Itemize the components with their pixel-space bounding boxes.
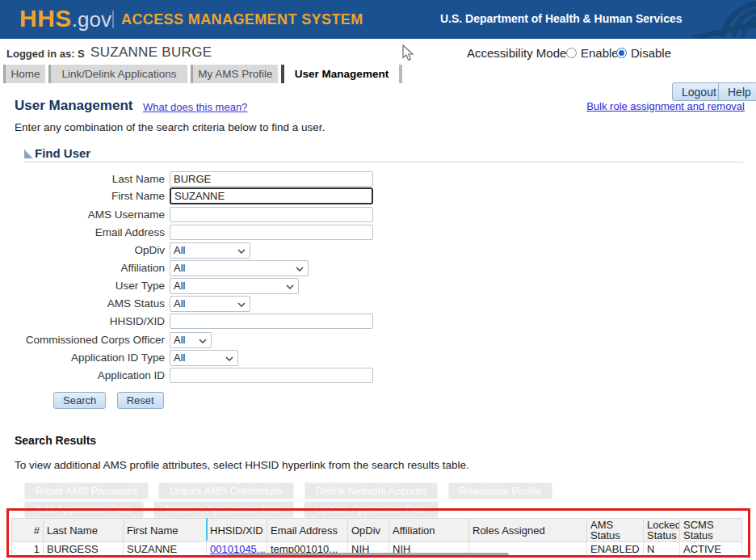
- tab-user-management-label: User Management: [295, 68, 388, 80]
- hhsid-xid-input[interactable]: [170, 314, 373, 329]
- app-title: ACCESS MANAGEMENT SYSTEM: [121, 11, 363, 28]
- commissioned-corps-select[interactable]: All: [170, 332, 212, 348]
- first-name-label: First Name: [0, 190, 170, 202]
- commissioned-corps-label: Commissioned Corps Officer: [0, 334, 170, 346]
- hhs-logo-text: HHS: [19, 5, 72, 32]
- col-scms-status: SCMS Status: [680, 519, 742, 542]
- email-address-label: Email Address: [0, 226, 170, 238]
- hhs-eagle-swoosh-icon: [678, 0, 756, 39]
- application-id-type-label: Application ID Type: [0, 352, 170, 364]
- opdiv-row: OpDiv All: [0, 242, 250, 259]
- ams-status-select[interactable]: All: [170, 296, 250, 312]
- unlock-ams-credentials-button[interactable]: Unlock AMS Credentials: [158, 482, 294, 499]
- find-user-section-header[interactable]: Find User: [24, 146, 90, 160]
- add-application-role-button[interactable]: Add Application Role: [24, 501, 144, 518]
- col-num: #: [12, 519, 44, 542]
- col-opdiv: OpDiv: [348, 519, 389, 542]
- user-type-label: User Type: [0, 280, 170, 292]
- affiliation-select-value: All: [174, 262, 185, 274]
- logged-in-user: SUZANNE BURGE: [90, 44, 212, 61]
- cell-ams-status: ENABLED: [587, 542, 644, 556]
- enable-radio[interactable]: [566, 48, 577, 58]
- ams-status-row: AMS Status All: [0, 295, 250, 312]
- chevron-down-icon: [296, 267, 304, 272]
- reset-ams-password-button[interactable]: Reset AMS Password: [24, 482, 149, 499]
- ams-username-input[interactable]: [170, 207, 373, 222]
- cell-first-name: SUZANNE: [124, 542, 207, 556]
- cell-scms-status: ACTIVE: [680, 542, 742, 556]
- affiliation-label: Affiliation: [0, 262, 170, 274]
- cell-num: 1: [12, 542, 44, 556]
- disable-radio[interactable]: [616, 48, 627, 58]
- ams-window: HHS.gov ACCESS MANAGEMENT SYSTEM U.S. De…: [0, 0, 756, 560]
- reset-button[interactable]: Reset: [117, 392, 164, 409]
- application-id-input[interactable]: [170, 368, 373, 383]
- page-title: User Management: [15, 98, 132, 114]
- delink-network-account-button[interactable]: Delink Network Account: [304, 482, 438, 499]
- opdiv-select[interactable]: All: [170, 242, 250, 259]
- enable-radio-label[interactable]: Enable: [581, 46, 619, 60]
- tab-home-label: Home: [10, 68, 40, 80]
- hhsid-xid-label: HHSID/XID: [0, 315, 170, 327]
- collapse-triangle-icon: [24, 149, 33, 158]
- form-buttons: Search Reset: [53, 392, 171, 409]
- last-name-label: Last Name: [0, 173, 170, 185]
- ams-status-label: AMS Status: [0, 297, 170, 309]
- remove-application-role-button[interactable]: Remove Application Role: [153, 501, 293, 518]
- reactivate-profile-button[interactable]: Reactivate Profile: [448, 482, 553, 499]
- affiliation-row: Affiliation All: [0, 259, 309, 276]
- what-does-this-mean-link[interactable]: What does this mean?: [143, 101, 247, 113]
- table-header-row: # Last Name First Name HHSID/XID Email A…: [12, 519, 742, 542]
- tab-endcap: [399, 65, 402, 83]
- user-type-select[interactable]: All: [170, 278, 299, 294]
- application-id-type-select-value: All: [174, 352, 185, 364]
- col-hhsid-xid: HHSID/XID: [207, 519, 267, 542]
- session-bar: Logged in as: S SUZANNE BURGE Accessibil…: [0, 39, 756, 65]
- tab-my-ams-profile[interactable]: My AMS Profile: [191, 65, 278, 83]
- find-user-title: Find User: [35, 146, 90, 160]
- col-roles-assigned: Roles Assigned: [469, 519, 587, 542]
- tab-home[interactable]: Home: [3, 65, 45, 83]
- application-id-type-select[interactable]: All: [170, 350, 238, 366]
- last-name-input[interactable]: [170, 171, 373, 187]
- search-results-title: Search Results: [15, 434, 96, 447]
- tab-link-delink-label: Link/Delink Applications: [62, 68, 177, 80]
- update-application-role-button[interactable]: Update Application Role: [304, 501, 439, 518]
- last-name-row: Last Name: [0, 171, 373, 187]
- affiliation-select[interactable]: All: [170, 260, 309, 276]
- chevron-down-icon: [225, 356, 233, 361]
- chevron-down-icon: [286, 284, 294, 289]
- email-address-row: Email Address: [0, 224, 373, 241]
- ams-username-row: AMS Username: [0, 206, 373, 223]
- logo-divider: [112, 11, 114, 28]
- col-first-name: First Name: [124, 519, 207, 542]
- hhs-logo: HHS.gov: [19, 5, 111, 32]
- application-id-row: Application ID: [0, 367, 373, 384]
- first-name-input[interactable]: [170, 187, 373, 204]
- column-resize-indicator: [206, 518, 208, 541]
- user-type-select-value: All: [174, 280, 185, 292]
- commissioned-corps-select-value: All: [174, 334, 185, 346]
- cell-last-name: BURGESS: [44, 542, 124, 556]
- opdiv-select-value: All: [174, 244, 185, 256]
- chevron-down-icon: [237, 302, 246, 307]
- application-id-label: Application ID: [0, 369, 170, 381]
- logged-in-label: Logged in as: S: [6, 48, 85, 60]
- tab-link-delink-applications[interactable]: Link/Delink Applications: [48, 65, 187, 83]
- hhsid-xid-row: HHSID/XID: [0, 313, 373, 330]
- search-button[interactable]: Search: [53, 392, 106, 409]
- opdiv-label: OpDiv: [0, 244, 170, 256]
- email-address-input[interactable]: [170, 225, 373, 240]
- tab-user-management[interactable]: User Management: [281, 65, 399, 83]
- help-button[interactable]: Help: [718, 82, 756, 101]
- ams-username-label: AMS Username: [0, 208, 170, 221]
- search-results-hint: To view additional AMS profile attribute…: [15, 459, 469, 471]
- table-horizontal-scrollbar[interactable]: [229, 553, 509, 558]
- first-name-row: First Name: [0, 187, 373, 204]
- ams-status-select-value: All: [174, 297, 185, 309]
- accessibility-mode-label: Accessibility Mode: [467, 46, 566, 60]
- bulk-role-assignment-link[interactable]: Bulk role assignment and removal: [586, 100, 745, 112]
- result-actions-row-1: Reset AMS Password Unlock AMS Credential…: [24, 482, 559, 499]
- disable-radio-label[interactable]: Disable: [631, 46, 671, 60]
- commissioned-corps-row: Commissioned Corps Officer All: [0, 331, 212, 348]
